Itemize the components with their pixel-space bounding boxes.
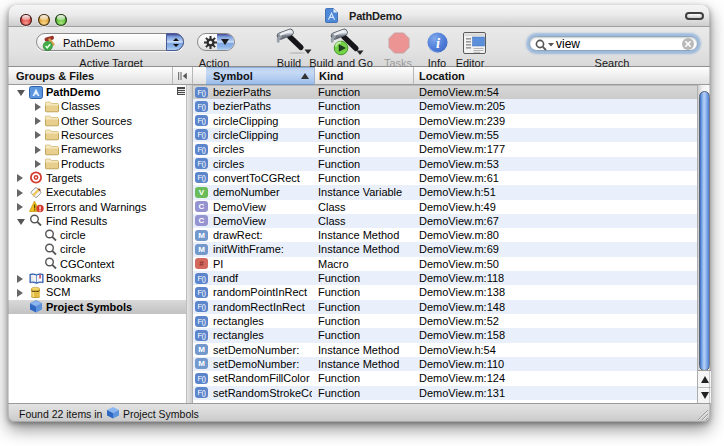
- svg-text:i: i: [436, 35, 440, 51]
